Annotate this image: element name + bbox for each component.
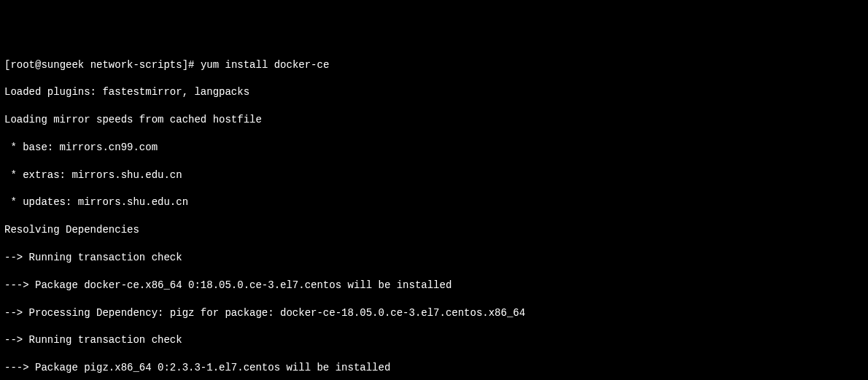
output-line: --> Running transaction check bbox=[4, 251, 864, 265]
output-line: Loaded plugins: fastestmirror, langpacks bbox=[4, 85, 864, 99]
output-line: * extras: mirrors.shu.edu.cn bbox=[4, 168, 864, 182]
command-text: yum install docker-ce bbox=[201, 59, 329, 71]
prompt-cwd: network-scripts bbox=[90, 59, 182, 71]
output-line: --> Running transaction check bbox=[4, 333, 864, 347]
output-line: ---> Package docker-ce.x86_64 0:18.05.0.… bbox=[4, 279, 864, 292]
output-line: * updates: mirrors.shu.edu.cn bbox=[4, 195, 864, 209]
prompt-host: sungeek bbox=[41, 59, 84, 71]
output-line: Loading mirror speeds from cached hostfi… bbox=[4, 113, 864, 127]
output-line: ---> Package pigz.x86_64 0:2.3.3-1.el7.c… bbox=[4, 361, 864, 375]
output-line: * base: mirrors.cn99.com bbox=[4, 141, 864, 155]
output-line: --> Processing Dependency: pigz for pack… bbox=[4, 306, 864, 320]
prompt-user: root bbox=[10, 59, 35, 71]
output-line: Resolving Dependencies bbox=[4, 223, 864, 237]
prompt-symbol: # bbox=[188, 59, 194, 71]
shell-prompt-line[interactable]: [root@sungeek network-scripts]# yum inst… bbox=[4, 58, 864, 72]
